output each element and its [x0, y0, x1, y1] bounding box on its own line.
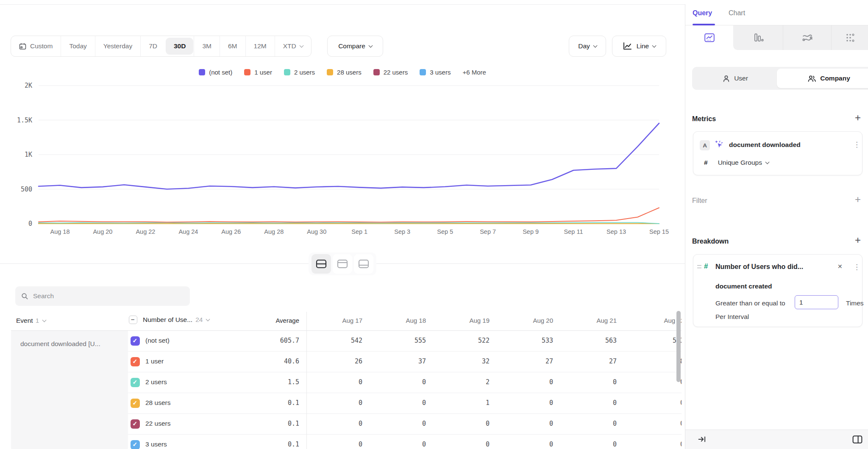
breakdown-event[interactable]: document created [715, 283, 772, 290]
range-yesterday[interactable]: Yesterday [95, 36, 140, 56]
row-average: 0.1 [288, 399, 299, 407]
breakdown-value-input[interactable] [795, 295, 838, 309]
breakdown-card-title[interactable]: Number of Users who did... [715, 263, 803, 271]
cell-value: 0 [422, 399, 426, 407]
person-icon [723, 75, 730, 82]
event-column-header[interactable]: Event 1 [16, 317, 46, 324]
breakdown-condition[interactable]: Greater than or equal to [715, 299, 785, 307]
tab-chart[interactable]: Chart [729, 9, 745, 17]
row-checkbox[interactable] [131, 336, 140, 346]
cell-value: 0 [549, 420, 553, 427]
add-metric-button[interactable] [853, 114, 863, 124]
x-axis-tick: Aug 30 [307, 228, 326, 235]
row-average: 40.6 [284, 358, 299, 365]
bar-chart-type-button[interactable] [733, 25, 783, 50]
x-axis-tick: Aug 20 [93, 228, 112, 235]
breakdown-per-interval[interactable]: Per Interval [715, 313, 749, 321]
table-only-view-button[interactable] [354, 254, 373, 274]
range-today[interactable]: Today [61, 36, 95, 56]
range-3m[interactable]: 3M [194, 36, 220, 56]
cell-value: 0 [680, 441, 682, 448]
scope-company-button[interactable]: Company [777, 69, 868, 88]
search-icon [21, 293, 28, 300]
chart-top-view-icon [337, 259, 348, 269]
panel-footer [685, 430, 868, 449]
row-label: 1 user [145, 358, 164, 365]
date-range-group: CustomTodayYesterday7D30D3M6M12MXTD [11, 36, 312, 57]
range-7d[interactable]: 7D [140, 36, 165, 56]
chart-only-view-button[interactable] [333, 254, 352, 274]
chart-type-switcher [685, 25, 868, 50]
row-checkbox[interactable] [131, 440, 140, 449]
search-input[interactable] [33, 292, 177, 300]
row-checkbox[interactable] [131, 419, 140, 429]
row-label: 22 users [145, 420, 170, 427]
y-axis-tick: 0 [28, 220, 32, 227]
scope-user-label: User [734, 75, 748, 82]
tab-query[interactable]: Query [693, 9, 712, 17]
metrics-title: Metrics [692, 115, 716, 123]
split-panel-icon[interactable] [852, 435, 862, 444]
cell-value: 26 [355, 358, 362, 365]
range-12m[interactable]: 12M [245, 36, 275, 56]
close-icon[interactable] [837, 263, 844, 271]
chart-type-button[interactable]: Line [612, 36, 666, 57]
y-axis-tick: 2K [25, 82, 32, 89]
range-custom[interactable]: Custom [11, 36, 61, 56]
metric-kebab-icon[interactable] [851, 140, 859, 150]
row-checkbox[interactable] [131, 357, 140, 366]
row-date-values: 001000 [306, 393, 682, 414]
stream-chart-type-button[interactable] [783, 25, 831, 50]
range-xtd[interactable]: XTD [275, 36, 311, 56]
scope-user-button[interactable]: User [694, 69, 777, 88]
line-chart-type-button[interactable] [685, 25, 733, 50]
cell-value: 0 [422, 441, 426, 448]
measure-selector[interactable]: # Unique Groups [704, 159, 769, 166]
group-column-header[interactable]: Number of Use... 24 [129, 316, 209, 324]
chevron-down-icon [368, 44, 373, 48]
collapse-panel-icon[interactable] [698, 435, 707, 443]
panel-tabs: Query Chart [685, 4, 868, 25]
table-row-28-users: 28 users0.1001000 [128, 393, 682, 414]
chevron-down-icon [652, 44, 657, 48]
metric-badge: A [700, 140, 710, 150]
cell-value: 32 [482, 358, 490, 365]
grid-chart-type-button[interactable] [831, 25, 868, 50]
date-column-header: Aug 20 [533, 317, 553, 324]
drag-handle-icon[interactable] [697, 265, 701, 268]
frozen-column-divider [306, 312, 307, 449]
row-average: 1.5 [288, 378, 299, 386]
split-view-button[interactable] [312, 254, 331, 274]
cell-value: 522 [478, 337, 490, 344]
scope-company-label: Company [820, 75, 850, 82]
range-label: 12M [254, 42, 267, 50]
row-date-values: 542555522533563533 [306, 331, 682, 352]
people-icon [808, 75, 816, 82]
range-6m[interactable]: 6M [220, 36, 245, 56]
active-tab-underline [693, 24, 715, 25]
select-all-checkbox[interactable] [129, 316, 137, 324]
group-count: 24 [195, 316, 203, 324]
cell-value: 542 [351, 337, 362, 344]
chevron-down-icon [299, 44, 303, 48]
row-checkbox[interactable] [131, 399, 140, 408]
compare-button[interactable]: Compare [327, 36, 383, 57]
row-date-values: 000000 [306, 435, 682, 449]
metric-event-name[interactable]: document downloaded [729, 141, 801, 149]
metric-card[interactable]: A document downloaded # Unique Groups [693, 131, 862, 175]
add-filter-button[interactable] [853, 195, 863, 205]
add-breakdown-button[interactable] [853, 236, 863, 246]
line-chart-icon [623, 42, 632, 50]
row-average: 605.7 [280, 337, 299, 344]
row-date-values: 000000 [306, 414, 682, 435]
row-average: 0.1 [288, 420, 299, 427]
row-checkbox[interactable] [131, 378, 140, 387]
breakdown-kebab-icon[interactable] [851, 263, 859, 272]
chevron-down-icon [206, 317, 210, 322]
x-axis-tick: Sep 7 [480, 228, 496, 235]
interval-button[interactable]: Day [569, 36, 606, 57]
breakdown-card: # Number of Users who did... document cr… [693, 254, 862, 327]
series-line-not-set [39, 123, 659, 189]
range-30d[interactable]: 30D [166, 38, 193, 55]
table-scrollbar[interactable] [676, 311, 681, 382]
